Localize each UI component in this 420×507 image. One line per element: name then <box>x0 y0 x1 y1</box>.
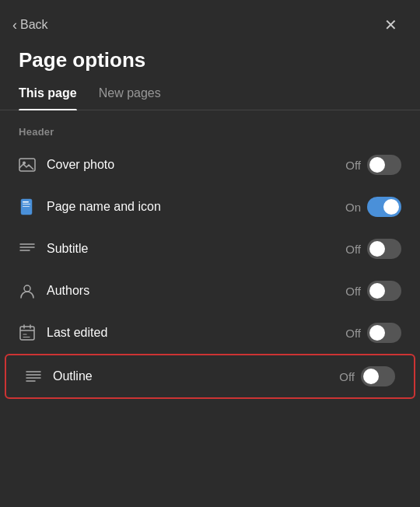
last-edited-icon <box>19 324 36 341</box>
chevron-left-icon: ‹ <box>12 17 17 33</box>
page-name-state: On <box>345 201 361 214</box>
setting-row-page-name: Page name and icon On <box>0 186 420 228</box>
setting-row-last-edited: Last edited Off <box>0 312 420 354</box>
outline-icon <box>25 368 42 385</box>
subtitle-toggle[interactable] <box>367 239 401 259</box>
page-name-toggle[interactable] <box>367 197 401 217</box>
page-name-label: Page name and icon <box>47 200 161 214</box>
svg-rect-3 <box>23 201 29 203</box>
back-button[interactable]: ‹ Back <box>12 17 48 33</box>
toggle-knob <box>363 369 379 384</box>
tabs-bar: This page New pages <box>0 86 420 110</box>
outline-state: Off <box>339 370 355 383</box>
outline-label: Outline <box>53 369 93 383</box>
last-edited-label: Last edited <box>47 326 107 340</box>
toggle-knob <box>369 241 385 257</box>
toggle-knob <box>369 325 385 341</box>
panel: ‹ Back ✕ Page options This page New page… <box>0 0 420 507</box>
setting-row-outline: Outline Off <box>5 354 415 399</box>
cover-photo-icon <box>19 156 36 173</box>
authors-icon <box>19 282 36 299</box>
svg-point-9 <box>24 285 30 292</box>
svg-rect-10 <box>20 327 34 340</box>
close-button[interactable]: ✕ <box>380 14 401 36</box>
last-edited-toggle[interactable] <box>367 323 401 343</box>
cover-photo-toggle[interactable] <box>367 155 401 175</box>
subtitle-label: Subtitle <box>47 242 88 256</box>
outline-toggle[interactable] <box>361 366 395 386</box>
tab-this-page[interactable]: This page <box>19 86 77 110</box>
setting-row-cover-photo: Cover photo Off <box>0 144 420 186</box>
page-name-icon <box>19 198 36 215</box>
svg-rect-5 <box>23 206 30 207</box>
settings-list: Cover photo Off Pag <box>0 144 420 399</box>
subtitle-icon <box>19 240 36 257</box>
authors-toggle[interactable] <box>367 281 401 301</box>
tab-new-pages[interactable]: New pages <box>99 86 161 110</box>
svg-rect-4 <box>23 204 30 205</box>
last-edited-state: Off <box>345 327 361 340</box>
toggle-knob <box>369 283 385 299</box>
setting-row-authors: Authors Off <box>0 270 420 312</box>
toggle-knob <box>369 157 385 173</box>
authors-state: Off <box>345 285 361 298</box>
toggle-knob <box>383 199 399 215</box>
section-header-label: Header <box>0 110 420 144</box>
close-icon: ✕ <box>384 16 397 34</box>
setting-row-subtitle: Subtitle Off <box>0 228 420 270</box>
page-title: Page options <box>0 44 420 86</box>
back-label: Back <box>20 18 48 32</box>
top-bar: ‹ Back ✕ <box>0 0 420 44</box>
authors-label: Authors <box>47 284 89 298</box>
cover-photo-state: Off <box>345 159 361 172</box>
cover-photo-label: Cover photo <box>47 158 114 172</box>
subtitle-state: Off <box>345 243 361 256</box>
